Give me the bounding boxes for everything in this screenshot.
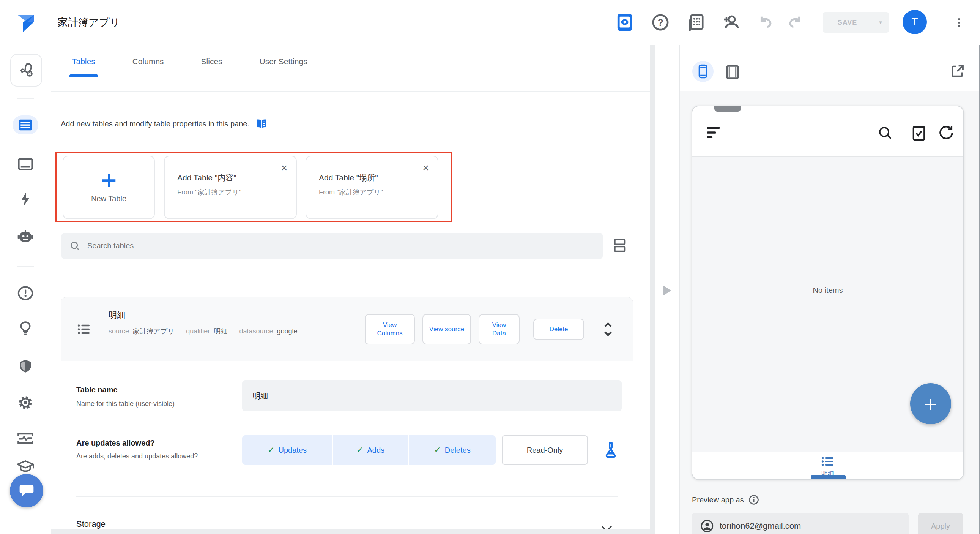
table-name-input[interactable]: [242, 380, 622, 411]
device-gallery-icon[interactable]: [686, 0, 707, 45]
menu-sort-icon[interactable]: [706, 126, 724, 139]
view-source-button[interactable]: View source: [422, 314, 471, 344]
preview-user-email: torihon62@gmail.com: [720, 521, 801, 531]
tab-user-settings[interactable]: User Settings: [258, 57, 309, 77]
preview-refresh-icon[interactable]: [938, 124, 954, 141]
save-button-label: SAVE: [823, 19, 872, 27]
table-card-meisai: 明細 source: 家計簿アプリ qualifier: 明細 datasour…: [61, 297, 633, 534]
appsheet-editor: 家計簿アプリ ?: [0, 0, 980, 534]
chat-bubble-icon: [19, 484, 34, 497]
list-layout-toggle-icon[interactable]: [613, 238, 626, 253]
table-card-header[interactable]: 明細 source: 家計簿アプリ qualifier: 明細 datasour…: [61, 297, 633, 361]
table-name-help: Name for this table (user-visible): [76, 397, 228, 411]
view-data-button[interactable]: View Data: [479, 314, 520, 344]
preview-toolbar: [680, 45, 980, 91]
avatar-initial: T: [911, 16, 918, 28]
chat-support-button[interactable]: [10, 474, 43, 507]
save-dropdown-caret[interactable]: ▾: [872, 19, 889, 26]
view-columns-button[interactable]: View Columns: [365, 314, 415, 344]
phone-icon: [698, 64, 708, 79]
tab-tables[interactable]: Tables: [71, 57, 97, 77]
appsheet-logo-icon[interactable]: [14, 10, 38, 34]
preview-user-selector[interactable]: torihon62@gmail.com: [692, 513, 909, 534]
tabs-divider: [51, 91, 650, 92]
sidebar-item-automation[interactable]: [0, 225, 51, 248]
tab-columns[interactable]: Columns: [131, 57, 165, 77]
search-icon: [70, 241, 81, 252]
preview-body: No items +: [692, 157, 963, 451]
empty-state-text: No items: [692, 286, 963, 295]
sidebar-item-deploy[interactable]: [10, 54, 42, 87]
app-preview-panel: No items + 明細 Preview app as: [680, 45, 980, 534]
segment-label: Deletes: [445, 446, 471, 454]
segment-read-only[interactable]: Read-Only: [502, 435, 588, 465]
sidebar-item-settings[interactable]: [0, 392, 51, 413]
gear-icon: [18, 395, 33, 411]
plus-icon: [100, 172, 118, 189]
left-nav-sidebar: [0, 45, 51, 534]
vertical-scrollbar-track[interactable]: [650, 45, 655, 534]
sidebar-item-views[interactable]: [0, 153, 51, 175]
views-icon: [18, 157, 33, 171]
datasource-label: datasource:: [239, 327, 275, 335]
table-list-icon: [76, 322, 91, 337]
add-item-fab[interactable]: +: [910, 383, 951, 424]
table-meta: source: 家計簿アプリ qualifier: 明細 datasource:…: [108, 325, 329, 338]
segment-deletes[interactable]: ✓ Deletes: [408, 435, 496, 465]
source-value: 家計簿アプリ: [133, 327, 174, 335]
segment-updates[interactable]: ✓ Updates: [242, 435, 332, 465]
rocket-not-deployed-icon: [18, 62, 35, 79]
updates-allowed-help: Are adds, deletes and updates allowed?: [76, 449, 228, 463]
storage-label: Storage: [76, 519, 105, 529]
user-avatar[interactable]: T: [902, 10, 927, 34]
add-user-icon[interactable]: [720, 0, 741, 45]
sidebar-item-manage[interactable]: [0, 428, 51, 449]
device-tablet-toggle[interactable]: [725, 65, 740, 80]
phone-preview-frame: No items + 明細: [692, 105, 964, 480]
tab-slices[interactable]: Slices: [200, 57, 224, 77]
preview-toggle-button[interactable]: [614, 0, 635, 45]
sidebar-item-data[interactable]: [13, 115, 38, 134]
data-tabs: Tables Columns Slices User Settings: [71, 57, 309, 77]
undo-icon[interactable]: [754, 0, 776, 45]
more-menu-icon[interactable]: [950, 0, 968, 45]
segment-adds[interactable]: ✓ Adds: [332, 435, 408, 465]
sidebar-item-intelligence[interactable]: [0, 317, 51, 339]
open-in-new-icon[interactable]: [950, 64, 965, 78]
delete-table-button[interactable]: Delete: [533, 319, 584, 340]
sidebar-item-security[interactable]: [0, 355, 51, 377]
experiment-flask-icon[interactable]: [603, 441, 618, 458]
check-icon: ✓: [434, 445, 441, 455]
preview-app-bar: [692, 106, 963, 157]
device-phone-toggle[interactable]: [692, 61, 714, 82]
expand-pane-arrow[interactable]: [663, 285, 671, 295]
suggested-table-card[interactable]: Add Table "内容" From "家計簿アプリ" ✕: [164, 156, 297, 219]
sidebar-item-errors[interactable]: [0, 282, 51, 304]
redo-icon[interactable]: [785, 0, 806, 45]
qualifier-value: 明細: [214, 327, 228, 335]
collapse-expand-icon[interactable]: [603, 322, 613, 337]
sidebar-item-actions[interactable]: [0, 188, 51, 210]
close-icon[interactable]: ✕: [421, 162, 431, 175]
close-icon[interactable]: ✕: [279, 162, 289, 175]
preview-bottom-nav-meisai[interactable]: 明細: [692, 452, 963, 479]
search-tables-input[interactable]: [86, 241, 594, 251]
table-title: 明細: [108, 309, 125, 321]
save-button[interactable]: SAVE ▾: [823, 12, 889, 33]
monitor-activity-icon: [17, 432, 34, 445]
docs-book-icon[interactable]: [255, 118, 267, 129]
preview-search-icon[interactable]: [878, 125, 893, 140]
datasource-value: google: [277, 327, 297, 335]
new-table-card[interactable]: New Table: [63, 156, 155, 219]
nav-list-icon: [821, 456, 835, 467]
info-icon[interactable]: [748, 494, 759, 505]
help-icon[interactable]: ?: [650, 0, 671, 45]
pane-description: Add new tables and modify table properti…: [61, 118, 267, 129]
robot-icon: [17, 229, 34, 244]
horizontal-scrollbar-track[interactable]: [51, 529, 650, 534]
preview-checkbox-icon[interactable]: [912, 125, 926, 141]
suggested-table-card[interactable]: Add Table "場所" From "家計簿アプリ" ✕: [305, 156, 438, 219]
data-editor-pane: Tables Columns Slices User Settings Add …: [51, 45, 650, 534]
updates-allowed-label: Are updates allowed?: [76, 439, 155, 447]
apply-button[interactable]: Apply: [918, 513, 963, 534]
